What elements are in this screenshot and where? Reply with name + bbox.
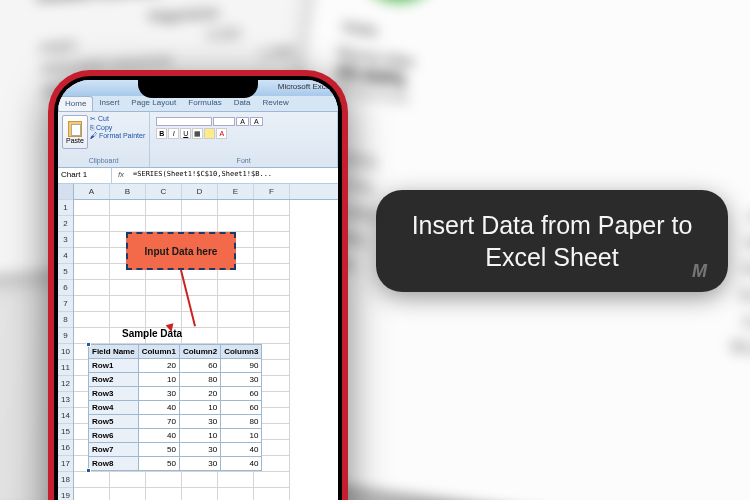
- bold-button[interactable]: B: [156, 128, 167, 139]
- cell[interactable]: [146, 280, 182, 296]
- cell[interactable]: [74, 264, 110, 280]
- cell-value[interactable]: 20: [138, 359, 179, 373]
- row-headers[interactable]: 1234567891011121314151617181920: [58, 184, 74, 500]
- cell[interactable]: [254, 248, 290, 264]
- row-header-10[interactable]: 10: [58, 344, 73, 360]
- border-button[interactable]: ▦: [192, 128, 203, 139]
- cell[interactable]: [110, 296, 146, 312]
- input-data-callout[interactable]: Input Data here: [126, 232, 236, 270]
- row-name[interactable]: Row2: [89, 373, 139, 387]
- row-name[interactable]: Row6: [89, 429, 139, 443]
- table-row[interactable]: Row7503040: [89, 443, 262, 457]
- cell-value[interactable]: 20: [179, 387, 220, 401]
- row-header-16[interactable]: 16: [58, 440, 73, 456]
- grow-font-button[interactable]: A: [236, 117, 249, 126]
- cell[interactable]: [182, 200, 218, 216]
- formula-input[interactable]: =SERIES(Sheet1!$C$10,Sheet1!$B...: [130, 168, 338, 183]
- row-name[interactable]: Row1: [89, 359, 139, 373]
- selection-handle-icon[interactable]: [86, 342, 91, 347]
- cell[interactable]: [182, 312, 218, 328]
- cell[interactable]: [110, 280, 146, 296]
- cell[interactable]: [110, 488, 146, 500]
- row-name[interactable]: Row5: [89, 415, 139, 429]
- cell[interactable]: [254, 328, 290, 344]
- cell[interactable]: [146, 216, 182, 232]
- cell[interactable]: [182, 216, 218, 232]
- col-header-E[interactable]: E: [218, 184, 254, 199]
- sample-data-table[interactable]: Field NameColumn1Column2Column3 Row12060…: [88, 344, 262, 471]
- shrink-font-button[interactable]: A: [250, 117, 263, 126]
- row-header-18[interactable]: 18: [58, 472, 73, 488]
- row-header-7[interactable]: 7: [58, 296, 73, 312]
- cell[interactable]: [74, 216, 110, 232]
- col-header-C[interactable]: C: [146, 184, 182, 199]
- row-header-14[interactable]: 14: [58, 408, 73, 424]
- cell[interactable]: [182, 472, 218, 488]
- cell[interactable]: [218, 280, 254, 296]
- cell[interactable]: [74, 488, 110, 500]
- cell[interactable]: [254, 488, 290, 500]
- cell[interactable]: [218, 312, 254, 328]
- cell[interactable]: [254, 296, 290, 312]
- table-row[interactable]: Row1206090: [89, 359, 262, 373]
- table-header[interactable]: Column2: [179, 345, 220, 359]
- cell-value[interactable]: 50: [138, 457, 179, 471]
- paste-button[interactable]: Paste: [62, 115, 88, 149]
- row-header-2[interactable]: 2: [58, 216, 73, 232]
- font-color-button[interactable]: A: [216, 128, 227, 139]
- cell-value[interactable]: 40: [138, 429, 179, 443]
- copy-button[interactable]: ⎘ Copy: [90, 124, 145, 131]
- table-row[interactable]: Row8503040: [89, 457, 262, 471]
- row-header-19[interactable]: 19: [58, 488, 73, 500]
- cell[interactable]: [146, 472, 182, 488]
- cell-value[interactable]: 80: [221, 415, 262, 429]
- cell-value[interactable]: 30: [179, 443, 220, 457]
- cell[interactable]: [182, 488, 218, 500]
- italic-button[interactable]: I: [168, 128, 179, 139]
- cell[interactable]: [218, 216, 254, 232]
- column-headers[interactable]: ABCDEF: [74, 184, 338, 200]
- table-row[interactable]: Row4401060: [89, 401, 262, 415]
- name-box[interactable]: Chart 1: [58, 168, 112, 183]
- cell[interactable]: [74, 200, 110, 216]
- row-name[interactable]: Row7: [89, 443, 139, 457]
- row-header-5[interactable]: 5: [58, 264, 73, 280]
- cell-value[interactable]: 60: [221, 387, 262, 401]
- cell[interactable]: [254, 232, 290, 248]
- table-header[interactable]: Column1: [138, 345, 179, 359]
- row-header-11[interactable]: 11: [58, 360, 73, 376]
- cell-value[interactable]: 10: [179, 401, 220, 415]
- fill-color-button[interactable]: [204, 128, 215, 139]
- cell-value[interactable]: 50: [138, 443, 179, 457]
- cell-value[interactable]: 90: [221, 359, 262, 373]
- row-header-12[interactable]: 12: [58, 376, 73, 392]
- cell-value[interactable]: 10: [221, 429, 262, 443]
- cell-value[interactable]: 30: [221, 373, 262, 387]
- cell[interactable]: [110, 312, 146, 328]
- format-painter-button[interactable]: 🖌 Format Painter: [90, 132, 145, 139]
- row-header-3[interactable]: 3: [58, 232, 73, 248]
- cell[interactable]: [254, 280, 290, 296]
- cell[interactable]: [74, 328, 110, 344]
- tab-formulas[interactable]: Formulas: [182, 96, 227, 111]
- cell[interactable]: [74, 472, 110, 488]
- cell-value[interactable]: 60: [221, 401, 262, 415]
- cell[interactable]: [146, 200, 182, 216]
- row-name[interactable]: Row8: [89, 457, 139, 471]
- row-header-13[interactable]: 13: [58, 392, 73, 408]
- cell-value[interactable]: 40: [221, 443, 262, 457]
- cell[interactable]: [74, 280, 110, 296]
- underline-button[interactable]: U: [180, 128, 191, 139]
- cell[interactable]: [254, 264, 290, 280]
- cells-area[interactable]: Input Data here Sample Data Field NameCo…: [74, 200, 338, 500]
- table-row[interactable]: Row5703080: [89, 415, 262, 429]
- cell-value[interactable]: 40: [138, 401, 179, 415]
- cell[interactable]: [74, 296, 110, 312]
- cell-value[interactable]: 60: [179, 359, 220, 373]
- cell[interactable]: [218, 328, 254, 344]
- row-header-8[interactable]: 8: [58, 312, 73, 328]
- cell[interactable]: [110, 200, 146, 216]
- cell-value[interactable]: 80: [179, 373, 220, 387]
- cell[interactable]: [182, 328, 218, 344]
- row-name[interactable]: Row3: [89, 387, 139, 401]
